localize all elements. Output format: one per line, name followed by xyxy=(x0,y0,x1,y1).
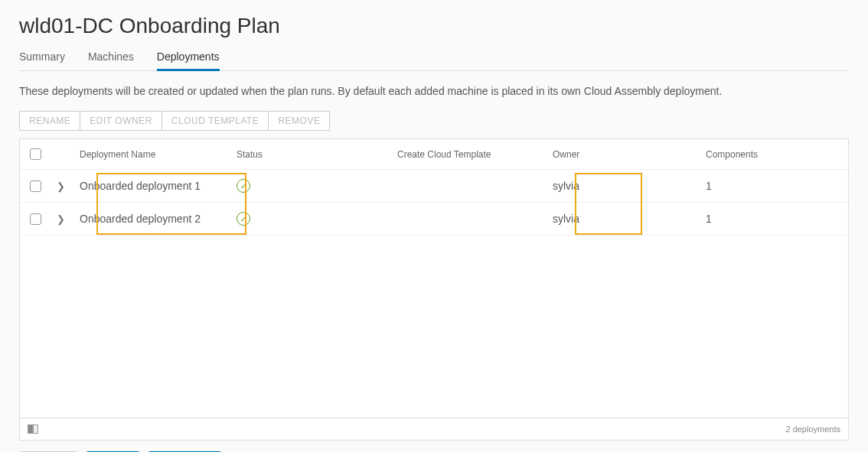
select-all-checkbox[interactable] xyxy=(30,148,41,160)
tab-summary[interactable]: Summary xyxy=(19,44,65,70)
rename-button[interactable]: RENAME xyxy=(19,111,80,131)
cell-status: ✓ xyxy=(230,212,391,226)
cell-status: ✓ xyxy=(230,179,391,193)
cell-owner: sylvia xyxy=(547,180,700,192)
cloud-template-button[interactable]: CLOUD TEMPLATE xyxy=(162,111,269,131)
table-row[interactable]: ❯ Onboarded deployment 1 ✓ sylvia 1 xyxy=(20,170,848,203)
row-checkbox[interactable] xyxy=(30,213,41,225)
col-deployment-name[interactable]: Deployment Name xyxy=(73,149,230,160)
status-ok-icon: ✓ xyxy=(237,179,250,193)
tabs: Summary Machines Deployments xyxy=(19,44,849,71)
page-title: wld01-DC Onboarding Plan xyxy=(19,0,849,44)
tab-deployments[interactable]: Deployments xyxy=(157,44,220,70)
col-create-cloud-template[interactable]: Create Cloud Template xyxy=(391,149,547,160)
tab-machines[interactable]: Machines xyxy=(88,44,134,70)
edit-owner-button[interactable]: EDIT OWNER xyxy=(80,111,162,131)
table-header-row: Deployment Name Status Create Cloud Temp… xyxy=(20,139,848,170)
remove-button[interactable]: REMOVE xyxy=(269,111,330,131)
column-toggle-icon[interactable] xyxy=(28,424,38,434)
tab-description: These deployments will be created or upd… xyxy=(19,85,849,97)
cell-owner: sylvia xyxy=(547,213,700,225)
cell-deployment-name: Onboarded deployment 1 xyxy=(73,180,230,192)
toolbar: RENAME EDIT OWNER CLOUD TEMPLATE REMOVE xyxy=(19,111,849,131)
table-row[interactable]: ❯ Onboarded deployment 2 ✓ sylvia 1 xyxy=(20,203,848,236)
expand-row-icon[interactable]: ❯ xyxy=(57,180,65,192)
status-ok-icon: ✓ xyxy=(237,212,250,226)
cell-deployment-name: Onboarded deployment 2 xyxy=(73,213,230,225)
col-components[interactable]: Components xyxy=(700,149,848,160)
col-status[interactable]: Status xyxy=(230,149,391,160)
row-count-label: 2 deployments xyxy=(785,424,840,434)
col-owner[interactable]: Owner xyxy=(547,149,700,160)
row-checkbox[interactable] xyxy=(30,180,41,192)
cell-components: 1 xyxy=(700,213,848,225)
table-footer: 2 deployments xyxy=(19,418,849,441)
cell-components: 1 xyxy=(700,180,848,192)
expand-row-icon[interactable]: ❯ xyxy=(57,213,65,225)
deployments-table: Deployment Name Status Create Cloud Temp… xyxy=(19,138,849,418)
